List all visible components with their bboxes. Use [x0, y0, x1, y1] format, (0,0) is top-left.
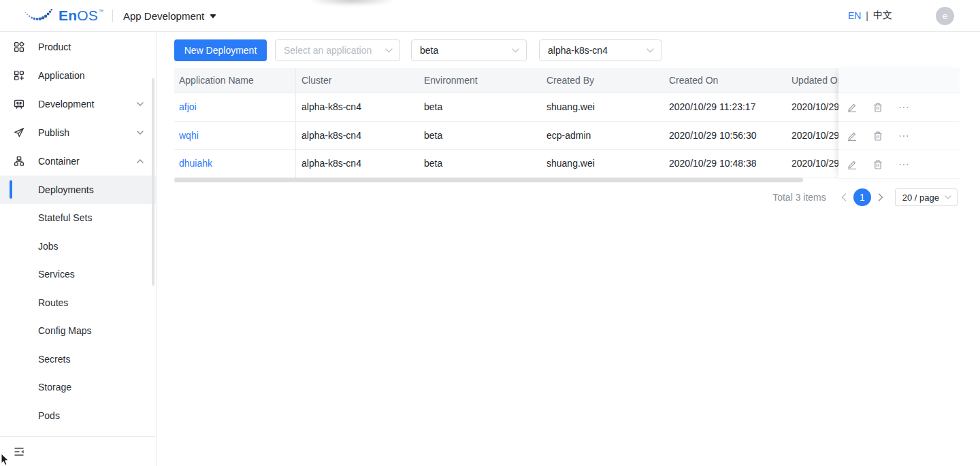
- row-actions: [838, 150, 960, 179]
- sidebar-item-secrets[interactable]: Secrets: [0, 345, 156, 373]
- application-select[interactable]: Select an application: [275, 39, 400, 61]
- edit-icon[interactable]: [847, 102, 858, 113]
- created-by-cell: shuang.wei: [541, 93, 664, 121]
- more-icon[interactable]: [898, 159, 909, 170]
- page-size-select[interactable]: 20 / page: [895, 188, 958, 206]
- actions-column-header: [838, 68, 960, 93]
- deployments-table: Application Name Cluster Environment Cre…: [174, 68, 960, 178]
- edit-icon[interactable]: [847, 159, 858, 170]
- created-by-cell: shuang.wei: [541, 150, 664, 178]
- pagination: Total 3 items 1 20 / page: [772, 188, 958, 207]
- application-link[interactable]: dhuiahk: [179, 158, 212, 169]
- sidebar-item-publish[interactable]: Publish: [0, 118, 156, 147]
- toolbar: New Deployment Select an application bet…: [174, 39, 662, 61]
- top-shadow-artifact: [308, 0, 396, 6]
- sidebar-item-jobs[interactable]: Jobs: [0, 232, 156, 261]
- sidebar-subitem-label: Pods: [38, 410, 60, 421]
- publish-icon: [14, 127, 24, 138]
- sidebar-subitem-label: Storage: [38, 382, 71, 393]
- created-on-cell: 2020/10/29 11:23:17: [664, 93, 786, 121]
- avatar-initial: e: [943, 11, 947, 21]
- sidebar-item-deployments[interactable]: Deployments: [0, 176, 156, 204]
- sidebar: Product Application: [0, 32, 157, 466]
- pagination-total: Total 3 items: [772, 192, 826, 203]
- sidebar-item-label: Development: [38, 99, 95, 110]
- sidebar-item-storage[interactable]: Storage: [0, 373, 156, 402]
- chevron-down-icon: [137, 102, 144, 106]
- chevron-up-icon: [137, 159, 144, 163]
- sidebar-subitem-label: Secrets: [38, 354, 70, 365]
- row-actions: [838, 122, 960, 150]
- delete-icon[interactable]: [872, 102, 883, 113]
- more-icon[interactable]: [898, 131, 909, 142]
- header-divider: [112, 10, 113, 22]
- column-header-created-on: Created On: [664, 68, 786, 93]
- horizontal-scrollbar-thumb[interactable]: [174, 178, 803, 182]
- cluster-select[interactable]: alpha-k8s-cn4: [539, 39, 662, 61]
- main-content: New Deployment Select an application bet…: [157, 32, 980, 466]
- more-icon[interactable]: [898, 102, 909, 113]
- sidebar-item-container[interactable]: Container: [0, 147, 156, 176]
- deployments-page: { "header": { "logo_bold": "En", "logo_r…: [0, 0, 980, 466]
- sidebar-item-application[interactable]: Application: [0, 61, 156, 90]
- development-icon: [14, 99, 24, 110]
- delete-icon[interactable]: [872, 131, 883, 142]
- environment-select-value: beta: [420, 45, 438, 56]
- sidebar-subitem-label: Services: [38, 269, 75, 280]
- chevron-down-icon: [385, 48, 393, 53]
- product-icon: [14, 41, 24, 52]
- environment-cell: beta: [419, 150, 541, 178]
- sidebar-item-routes[interactable]: Routes: [0, 288, 156, 317]
- sidebar-item-pods[interactable]: Pods: [0, 401, 156, 430]
- column-header-application-name: Application Name: [174, 68, 296, 93]
- next-page-icon[interactable]: [873, 188, 888, 206]
- lang-zh[interactable]: 中文: [873, 10, 892, 22]
- container-icon: [14, 156, 24, 167]
- sidebar-item-config-maps[interactable]: Config Maps: [0, 317, 156, 346]
- delete-icon[interactable]: [872, 159, 883, 170]
- environment-cell: beta: [419, 122, 541, 150]
- sidebar-scrollbar-thumb[interactable]: [152, 78, 154, 286]
- sidebar-subitem-label: Routes: [38, 297, 68, 308]
- collapse-sidebar-icon[interactable]: [14, 446, 24, 457]
- environment-select[interactable]: beta: [411, 39, 527, 61]
- previous-page-icon[interactable]: [836, 188, 851, 206]
- app-switcher-label: App Development: [123, 10, 204, 22]
- top-bar-right: EN | 中文 e: [848, 7, 954, 25]
- sidebar-item-label: Publish: [38, 127, 69, 138]
- caret-down-icon: [210, 14, 216, 18]
- column-header-created-by: Created By: [541, 68, 664, 93]
- enos-logo-swoosh-icon: [23, 7, 54, 24]
- sidebar-item-product[interactable]: Product: [0, 33, 156, 61]
- avatar[interactable]: e: [936, 7, 954, 25]
- sidebar-item-development[interactable]: Development: [0, 90, 156, 118]
- lang-en[interactable]: EN: [848, 10, 861, 21]
- chevron-down-icon: [512, 48, 519, 53]
- cluster-cell: alpha-k8s-cn4: [296, 122, 419, 150]
- sidebar-item-services[interactable]: Services: [0, 261, 156, 289]
- cluster-cell: alpha-k8s-cn4: [296, 150, 419, 178]
- created-by-cell: ecp-admin: [541, 122, 664, 150]
- cluster-cell: alpha-k8s-cn4: [296, 93, 419, 121]
- environment-cell: beta: [419, 93, 541, 121]
- edit-icon[interactable]: [847, 131, 858, 142]
- application-select-placeholder: Select an application: [284, 45, 372, 56]
- page-number-button[interactable]: 1: [853, 188, 871, 206]
- application-link[interactable]: wqhi: [179, 130, 199, 141]
- sidebar-subitem-label: Stateful Sets: [38, 212, 92, 223]
- sidebar-subitem-label: Config Maps: [38, 325, 92, 336]
- lang-divider: |: [866, 10, 868, 21]
- sidebar-subitem-label: Deployments: [38, 184, 94, 195]
- sidebar-item-stateful-sets[interactable]: Stateful Sets: [0, 204, 156, 233]
- enos-logo[interactable]: EnOS ™: [23, 7, 103, 24]
- sidebar-nav: Product Application: [0, 32, 156, 430]
- application-link[interactable]: afjoi: [179, 101, 197, 112]
- new-deployment-button[interactable]: New Deployment: [174, 39, 267, 61]
- column-header-environment: Environment: [419, 68, 541, 93]
- column-header-cluster: Cluster: [296, 68, 419, 93]
- app-switcher[interactable]: App Development: [123, 10, 216, 22]
- cluster-select-value: alpha-k8s-cn4: [548, 45, 608, 56]
- application-icon: [14, 70, 24, 81]
- chevron-down-icon: [647, 48, 654, 53]
- chevron-down-icon: [137, 131, 144, 135]
